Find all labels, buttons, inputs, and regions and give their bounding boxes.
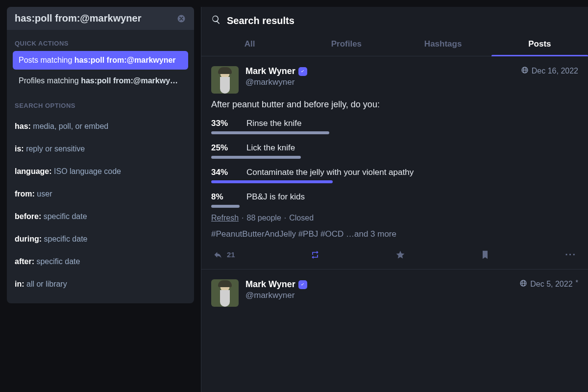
search-row (7, 7, 194, 30)
tab-posts[interactable]: Posts (491, 32, 588, 56)
post-actions: 21 ··· (211, 246, 578, 266)
poll-option: 8%PB&J is for kids (211, 192, 578, 208)
results-feed: Mark Wyner @markwyner Dec 16, 2022 After… (201, 56, 588, 392)
globe-icon (519, 279, 527, 289)
poll-option: 25%Lick the knife (211, 143, 578, 159)
poll-percent: 33% (211, 119, 236, 128)
poll-option: 33%Rinse the knife (211, 119, 578, 134)
tab-profiles[interactable]: Profiles (298, 32, 394, 56)
search-options-label: SEARCH OPTIONS (7, 92, 194, 113)
search-option-item[interactable]: before: specific date (15, 205, 186, 228)
reply-count: 21 (227, 250, 235, 259)
post-meta: Dec 5, 2022 * (519, 279, 578, 289)
poll-percent: 34% (211, 168, 236, 177)
poll-bar (211, 205, 240, 208)
results-header: Search results (201, 7, 588, 32)
poll-label: PB&J is for kids (246, 192, 305, 202)
poll-refresh-link[interactable]: Refresh (211, 214, 239, 222)
globe-icon (521, 66, 529, 76)
search-icon (211, 15, 221, 26)
handle[interactable]: @markwyner (245, 291, 307, 300)
poll: 33%Rinse the knife25%Lick the knife34%Co… (211, 119, 578, 208)
display-name[interactable]: Mark Wyner (245, 66, 295, 76)
poll-percent: 25% (211, 143, 236, 153)
poll-label: Lick the knife (246, 143, 295, 153)
search-option-item[interactable]: after: specific date (15, 250, 186, 273)
avatar[interactable] (211, 66, 239, 94)
tab-all[interactable]: All (201, 32, 298, 56)
results-tabs: AllProfilesHashtagsPosts (201, 32, 588, 56)
quick-action-item[interactable]: Profiles matching has:poll from:@markwy… (13, 72, 188, 90)
poll-label: Contaminate the jelly with your violent … (246, 168, 414, 177)
search-option-item[interactable]: in: all or library (15, 273, 186, 295)
post-date[interactable]: Dec 16, 2022 (532, 67, 578, 75)
post-hashtags[interactable]: #PeanutButterAndJelly #PBJ #OCD …and 3 m… (211, 229, 578, 239)
post-header: Mark Wyner @markwyner Dec 16, 2022 (211, 66, 578, 94)
tab-hashtags[interactable]: Hashtags (395, 32, 491, 56)
search-sidebar: QUICK ACTIONS Posts matching has:poll fr… (7, 7, 194, 303)
display-name[interactable]: Mark Wyner (245, 279, 295, 290)
search-option-item[interactable]: from: user (15, 183, 186, 205)
post-meta: Dec 16, 2022 (521, 66, 578, 76)
poll-bar (211, 131, 329, 134)
poll-option: 34%Contaminate the jelly with your viole… (211, 168, 578, 183)
avatar[interactable] (211, 279, 239, 307)
search-option-item[interactable]: is: reply or sensitive (15, 138, 186, 160)
search-input[interactable] (15, 13, 176, 24)
favorite-button[interactable] (395, 250, 405, 260)
poll-bar (211, 156, 301, 159)
poll-label: Rinse the knife (246, 119, 301, 128)
post[interactable]: Mark Wyner @markwyner Dec 5, 2022 * (201, 270, 588, 307)
post[interactable]: Mark Wyner @markwyner Dec 16, 2022 After… (201, 56, 588, 270)
quick-action-item[interactable]: Posts matching has:poll from:@markwyner (13, 51, 188, 70)
handle[interactable]: @markwyner (245, 77, 307, 87)
more-button[interactable]: ··· (565, 249, 576, 260)
quick-actions-label: QUICK ACTIONS (7, 30, 194, 51)
verified-badge-icon (298, 67, 307, 76)
post-header: Mark Wyner @markwyner Dec 5, 2022 * (211, 279, 578, 307)
results-title: Search results (227, 15, 294, 26)
poll-footer: Refresh · 88 people · Closed (211, 214, 578, 222)
boost-button[interactable] (310, 250, 320, 260)
reply-button[interactable]: 21 (213, 250, 235, 260)
search-option-item[interactable]: during: specific date (15, 228, 186, 250)
post-date[interactable]: Dec 5, 2022 (530, 280, 572, 289)
edited-marker: * (576, 278, 578, 286)
poll-bar (211, 180, 333, 183)
quick-actions-list: Posts matching has:poll from:@markwynerP… (7, 51, 194, 92)
results-panel: Search results AllProfilesHashtagsPosts … (201, 7, 588, 392)
poll-percent: 8% (211, 192, 236, 202)
bookmark-button[interactable] (480, 250, 490, 260)
verified-badge-icon (298, 280, 307, 289)
search-options-list: has: media, poll, or embedis: reply or s… (7, 113, 194, 299)
post-body: After peanut butter and before jelly, do… (211, 99, 578, 110)
search-option-item[interactable]: language: ISO language code (15, 160, 186, 183)
search-option-item[interactable]: has: media, poll, or embed (15, 115, 186, 138)
clear-search-icon[interactable] (176, 14, 186, 24)
poll-people: 88 people (246, 214, 281, 222)
poll-status: Closed (289, 214, 314, 222)
